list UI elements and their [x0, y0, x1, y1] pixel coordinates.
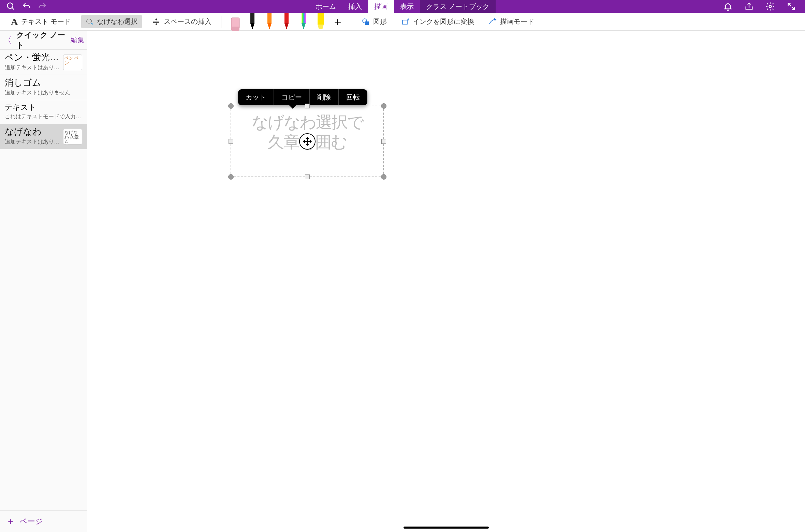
- page-item[interactable]: ペン・蛍光ペン 追加テキストはありま… ペン ペン: [0, 50, 87, 75]
- section-title: クイック ノート: [16, 30, 67, 50]
- bell-icon[interactable]: [723, 2, 733, 11]
- separator: [352, 16, 352, 28]
- shapes-button[interactable]: 図形: [357, 15, 391, 28]
- page-item-selected[interactable]: なげなわ 追加テキストはありま… なげなわ 久章を: [0, 124, 87, 149]
- tab-insert[interactable]: 挿入: [342, 0, 368, 13]
- resize-handle-br[interactable]: [381, 174, 386, 180]
- pen-rainbow[interactable]: [295, 13, 312, 31]
- highlighter-yellow[interactable]: [312, 13, 329, 31]
- pen-gallery: ＋: [227, 13, 346, 31]
- add-page-label: ページ: [20, 516, 43, 527]
- title-bar: ホーム 挿入 描画 表示 クラス ノートブック: [0, 0, 805, 13]
- tab-view[interactable]: 表示: [394, 0, 420, 13]
- page-subtitle: 追加テキストはありません: [5, 89, 82, 96]
- resize-handle-bm[interactable]: [305, 174, 310, 179]
- ink-to-shape-label: インクを図形に変換: [413, 17, 474, 26]
- page-subtitle: 追加テキストはありま…: [5, 138, 60, 146]
- svg-rect-9: [231, 27, 239, 31]
- edit-button[interactable]: 編集: [71, 35, 84, 45]
- page-thumbnail: ペン ペン: [63, 55, 82, 70]
- svg-point-0: [8, 3, 13, 9]
- context-menu: カット コピー 削除 回転: [238, 89, 367, 105]
- draw-mode-label: 描画モード: [500, 17, 534, 26]
- redo-icon: [38, 2, 47, 11]
- ctx-delete[interactable]: 削除: [309, 89, 338, 105]
- draw-toolbar: A テキスト モード なげなわ選択 スペースの挿入 ＋ 図形 インクを図形に変換: [0, 13, 805, 31]
- page-title: テキスト: [5, 104, 82, 111]
- ctx-rotate[interactable]: 回転: [338, 89, 367, 105]
- page-title: ペン・蛍光ペン: [5, 53, 60, 62]
- pen-red[interactable]: [278, 13, 295, 31]
- back-icon[interactable]: 〈: [3, 35, 12, 46]
- lasso-selection[interactable]: なげなわ選択で 久章を囲む: [231, 106, 384, 177]
- ctx-copy[interactable]: コピー: [274, 89, 309, 105]
- titlebar-right: [723, 2, 805, 11]
- sidebar: 〈 クイック ノート 編集 ペン・蛍光ペン 追加テキストはありま… ペン ペン …: [0, 31, 87, 532]
- svg-rect-10: [318, 13, 324, 25]
- ctx-cut[interactable]: カット: [238, 89, 274, 105]
- resize-handle-ml[interactable]: [229, 139, 233, 144]
- insert-space-label: スペースの挿入: [164, 17, 211, 26]
- resize-handle-tr[interactable]: [381, 103, 386, 109]
- add-page-button[interactable]: ＋ ページ: [0, 510, 87, 532]
- page-thumbnail: なげなわ 久章を: [63, 129, 82, 145]
- pen-black[interactable]: [244, 13, 261, 31]
- titlebar-left: [0, 2, 47, 11]
- add-pen-button[interactable]: ＋: [329, 13, 346, 31]
- text-mode-label: テキスト モード: [21, 17, 71, 26]
- plus-icon: ＋: [6, 515, 15, 527]
- page-subtitle: 追加テキストはありま…: [5, 64, 60, 71]
- separator: [221, 16, 221, 28]
- tab-class-notebook[interactable]: クラス ノートブック: [420, 0, 496, 13]
- page-item[interactable]: 消しゴム 追加テキストはありません: [0, 75, 87, 100]
- undo-icon[interactable]: [22, 2, 31, 11]
- draw-mode-icon: [488, 18, 497, 26]
- page-title: なげなわ: [5, 127, 60, 136]
- text-mode-button[interactable]: A テキスト モード: [7, 14, 75, 29]
- move-handle[interactable]: [299, 133, 316, 150]
- eraser-tool[interactable]: [227, 13, 244, 31]
- page-item[interactable]: テキスト これはテキストモードで入力し…: [0, 100, 87, 124]
- svg-rect-13: [402, 20, 407, 24]
- resize-handle-bl[interactable]: [228, 174, 234, 180]
- ribbon-tabs: ホーム 挿入 描画 表示 クラス ノートブック: [309, 0, 496, 13]
- tab-draw[interactable]: 描画: [368, 0, 394, 13]
- fullscreen-icon[interactable]: [787, 2, 796, 11]
- resize-handle-mr[interactable]: [381, 139, 386, 144]
- shapes-label: 図形: [373, 17, 387, 26]
- insert-space-icon: [152, 18, 160, 26]
- resize-handle-tm[interactable]: [305, 104, 310, 108]
- insert-space-button[interactable]: スペースの挿入: [148, 15, 216, 28]
- page-subtitle: これはテキストモードで入力し…: [5, 113, 82, 120]
- lasso-icon: [85, 18, 93, 26]
- text-mode-icon: A: [11, 16, 18, 27]
- search-icon[interactable]: [6, 2, 16, 11]
- svg-point-2: [769, 5, 772, 8]
- draw-mode-button[interactable]: 描画モード: [484, 15, 538, 28]
- lasso-select-button[interactable]: なげなわ選択: [81, 15, 142, 28]
- svg-line-5: [92, 23, 92, 24]
- drawing-canvas[interactable]: カット コピー 削除 回転 なげなわ選択で 久章を囲む: [87, 31, 805, 532]
- svg-line-1: [12, 8, 14, 10]
- svg-point-3: [86, 19, 92, 23]
- page-list[interactable]: ペン・蛍光ペン 追加テキストはありま… ペン ペン 消しゴム 追加テキストはあり…: [0, 50, 87, 510]
- home-indicator: [404, 527, 489, 529]
- ink-to-shape-button[interactable]: インクを図形に変換: [397, 15, 478, 28]
- shapes-icon: [362, 18, 370, 26]
- gear-icon[interactable]: [765, 2, 775, 11]
- svg-rect-12: [365, 21, 369, 25]
- resize-handle-tl[interactable]: [228, 103, 234, 109]
- page-title: 消しゴム: [5, 78, 82, 87]
- tab-home[interactable]: ホーム: [309, 0, 342, 13]
- ink-to-shape-icon: [401, 18, 409, 26]
- share-icon[interactable]: [744, 2, 754, 11]
- lasso-label: なげなわ選択: [97, 17, 138, 26]
- pen-orange[interactable]: [261, 13, 278, 31]
- sidebar-header: 〈 クイック ノート 編集: [0, 31, 87, 50]
